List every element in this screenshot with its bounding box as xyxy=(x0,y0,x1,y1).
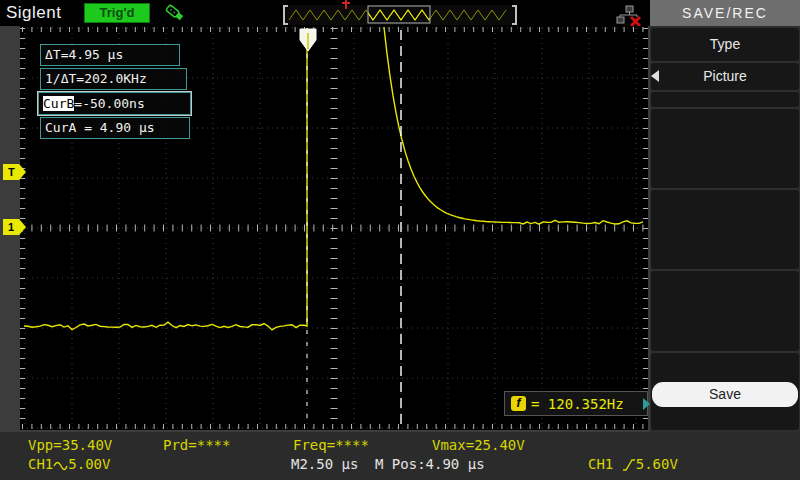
preview-right-bracket xyxy=(512,5,517,25)
top-status-bar: Siglent Trig'd xyxy=(0,0,650,26)
trigger-settings: CH1 5.60V xyxy=(588,456,678,472)
side-menu: Type Picture Save xyxy=(650,26,800,432)
cursor-b-readout: CurB=-50.00ns xyxy=(38,92,191,115)
cursor-b-label: CurB xyxy=(43,96,74,111)
menu-item-type[interactable]: Type xyxy=(651,28,799,61)
timebase-setting: M2.50 μs xyxy=(291,456,358,472)
preview-left-bracket xyxy=(283,5,288,25)
network-error-icon xyxy=(615,5,643,27)
bottom-status-bar: Vpp=35.40V Prd=**** Freq=**** Vmax=25.40… xyxy=(0,432,800,480)
frequency-counter: f = 120.352Hz xyxy=(504,391,648,416)
channel1-settings: CH15.00V xyxy=(28,456,110,472)
brand-logo: Siglent xyxy=(6,3,61,23)
period-measurement: Prd=**** xyxy=(163,437,230,453)
usb-device-icon xyxy=(162,2,188,24)
preview-waveform xyxy=(283,5,517,25)
menu-title: SAVE/REC xyxy=(650,0,800,26)
menu-item-empty-2[interactable] xyxy=(651,109,799,188)
selected-item-arrow-icon xyxy=(651,70,659,82)
frequency-value: = 120.352Hz xyxy=(531,396,624,412)
cursor-delta-t-readout: ΔT=4.95 μs xyxy=(40,44,180,66)
vpp-measurement: Vpp=35.40V xyxy=(28,437,112,453)
channel1-volts-per-div: 5.00V xyxy=(68,456,110,472)
trigger-status-badge: Trig'd xyxy=(84,3,150,23)
cursor-b-value: =-50.00ns xyxy=(74,96,144,111)
trigger-position-icon xyxy=(341,0,351,10)
channel1-label: CH1 xyxy=(28,456,53,472)
menu-item-empty-4[interactable] xyxy=(651,271,799,351)
freq-measurement: Freq=**** xyxy=(293,437,369,453)
cursor-inverse-delta-t-readout: 1/ΔT=202.0KHz xyxy=(40,68,187,90)
horizontal-position: M Pos:4.90 μs xyxy=(375,456,485,472)
menu-collapse-arrow-icon[interactable] xyxy=(643,398,650,410)
menu-item-empty-3[interactable] xyxy=(651,190,799,269)
rising-edge-icon xyxy=(622,458,636,472)
menu-item-empty-1[interactable] xyxy=(651,92,799,107)
cursor-a-readout: CurA = 4.90 μs xyxy=(40,117,190,139)
vmax-measurement: Vmax=25.40V xyxy=(432,437,525,453)
ac-coupling-icon xyxy=(53,458,68,472)
trigger-source-label: CH1 xyxy=(588,456,622,472)
oscilloscope-screen: Siglent Trig'd SAVE/REC xyxy=(0,0,800,480)
frequency-icon: f xyxy=(511,396,526,411)
trigger-level-value: 5.60V xyxy=(636,456,678,472)
save-button[interactable]: Save xyxy=(652,382,798,407)
horizontal-preview-bar[interactable] xyxy=(283,5,517,25)
menu-item-picture[interactable]: Picture xyxy=(651,63,799,90)
